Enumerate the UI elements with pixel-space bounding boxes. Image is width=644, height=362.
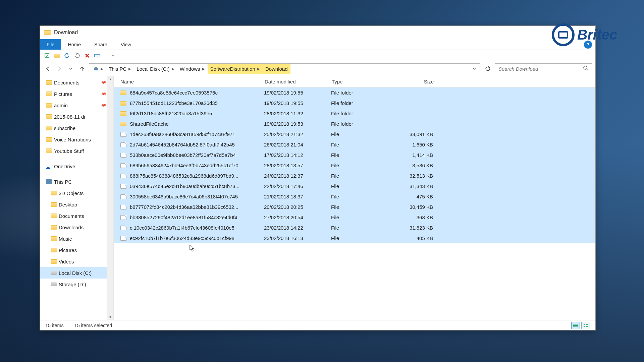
scroll-up-icon[interactable]: ▲ (107, 76, 113, 82)
sidebar-item[interactable]: Pictures📌 (40, 88, 113, 100)
file-row[interactable]: 1dec263f4a8a2860fa3ca81a59d5cf1b74a8f971… (114, 129, 595, 139)
scroll-down-icon[interactable]: ▼ (107, 314, 113, 320)
search-icon[interactable] (583, 65, 588, 72)
sidebar-item-label: Documents (59, 213, 84, 219)
svg-rect-13 (586, 326, 588, 327)
folder-icon (46, 137, 52, 142)
folder-icon (51, 259, 57, 264)
file-icon (120, 226, 126, 230)
file-row[interactable]: 684a9c457ca8e58e64ccc7ee0593576c19/02/20… (114, 87, 595, 98)
column-date[interactable]: Date modified (265, 79, 332, 84)
svg-point-5 (584, 66, 587, 69)
rename-button[interactable] (94, 52, 101, 59)
folder-icon (51, 236, 57, 241)
breadcrumb-item[interactable]: SoftwareDistribution▶ (208, 64, 263, 74)
new-folder-button[interactable] (53, 52, 61, 59)
tab-share[interactable]: Share (88, 39, 114, 50)
sidebar-this-pc[interactable]: This PC (40, 176, 113, 187)
navigation-pane: Documents📌Pictures📌admin📌2015-08-11 drsu… (40, 76, 114, 320)
undo-button[interactable] (63, 52, 71, 59)
search-input[interactable] (498, 66, 583, 72)
details-view-button[interactable] (571, 322, 580, 329)
sidebar-item[interactable]: Youtube Stuff (40, 145, 113, 157)
properties-button[interactable] (43, 52, 51, 59)
sidebar-item[interactable]: Music (40, 233, 113, 244)
file-date: 28/02/2018 13:57 (264, 163, 331, 168)
tab-home[interactable]: Home (61, 39, 88, 50)
file-name: 868f75ac8548388486532c6a2968dd6d897bd9..… (130, 173, 264, 179)
sidebar-item-label: Youtube Stuff (54, 148, 84, 154)
tab-view[interactable]: View (114, 39, 138, 50)
sidebar-item[interactable]: admin📌 (40, 100, 113, 111)
address-bar[interactable]: ▶ This PC▶ Local Disk (C:)▶ Windows▶ Sof… (89, 63, 480, 74)
help-icon[interactable]: ? (584, 41, 592, 49)
up-button[interactable] (77, 64, 87, 73)
sidebar-item[interactable]: Local Disk (C:) (40, 267, 113, 279)
icons-view-button[interactable] (581, 322, 590, 329)
file-row[interactable]: 538b0aace00e9fbb8bee03b72ff20af7a7d5a7b4… (114, 150, 595, 160)
address-dropdown[interactable] (470, 66, 478, 72)
sidebar-item-label: Downloads (59, 225, 84, 230)
separator: | (68, 323, 70, 328)
sidebar-item[interactable]: 2015-08-11 dr (40, 111, 113, 122)
pin-icon: 📌 (100, 102, 107, 109)
tab-file[interactable]: File (40, 39, 61, 50)
file-row[interactable]: 039436e574d45e2c81b90a0dbab0cb51bc8b73..… (114, 181, 595, 191)
file-row[interactable]: b8777072fd84c202b4d36aa62bbe81b39c6532..… (114, 202, 595, 212)
qat-dropdown[interactable] (109, 52, 117, 59)
forward-button[interactable] (55, 64, 64, 73)
sidebar-item[interactable]: Documents📌 (40, 77, 113, 88)
column-type[interactable]: Type (332, 79, 395, 84)
sidebar-item[interactable]: Storage (D:) (40, 279, 113, 290)
svg-rect-4 (95, 67, 97, 68)
file-size: 31,823 KB (395, 225, 438, 231)
status-bar: 15 items | 15 items selected (40, 320, 595, 330)
back-button[interactable] (43, 64, 53, 73)
breadcrumb-item[interactable]: Local Disk (C:)▶ (134, 64, 177, 74)
breadcrumb-item[interactable]: This PC▶ (106, 64, 134, 74)
sidebar-item[interactable]: Desktop (40, 199, 113, 210)
sidebar-item[interactable]: Videos (40, 256, 113, 267)
file-row[interactable]: SharedFileCache19/02/2018 19:53File fold… (114, 119, 595, 129)
separator (105, 52, 105, 59)
sidebar-item[interactable]: subscribe (40, 122, 113, 134)
file-icon (120, 163, 126, 168)
sidebar-item[interactable]: Voice Narrations (40, 134, 113, 145)
delete-button[interactable] (84, 52, 91, 59)
breadcrumb-item-current[interactable]: Download (263, 64, 290, 74)
breadcrumb-item[interactable]: Windows▶ (177, 64, 208, 74)
svg-rect-10 (584, 324, 585, 325)
file-size: 32,513 KB (395, 173, 438, 179)
file-row[interactable]: ec92fc10b7f1b7e6f30624d83e9c5c9c0b1cf998… (114, 233, 595, 243)
file-row[interactable]: bb3308527290f482a12d1ee8a81f584c32e4d0f4… (114, 212, 595, 223)
recent-dropdown[interactable] (66, 64, 75, 73)
redo-button[interactable] (73, 52, 81, 59)
file-row[interactable]: 868f75ac8548388486532c6a2968dd6d897bd9..… (114, 171, 595, 181)
titlebar[interactable]: Download (40, 26, 595, 39)
sidebar-scrollbar[interactable]: ▲ ▼ (107, 76, 113, 320)
search-box[interactable] (495, 63, 592, 74)
folder-icon (120, 111, 126, 116)
file-row[interactable]: 877b155451dd11223fcbe3e170a26d3519/02/20… (114, 98, 595, 108)
column-size[interactable]: Size (395, 79, 439, 84)
sidebar-item[interactable]: 3D Objects (40, 187, 113, 199)
file-icon (120, 184, 126, 189)
file-size: 363 KB (395, 215, 438, 220)
file-row[interactable]: 689b656a3346247bb94ee3f0b743edd255c1cf70… (114, 160, 595, 171)
file-row[interactable]: 300558be6346b9bacc86e7c4a06b318f4f07c745… (114, 191, 595, 202)
file-name: 877b155451dd11223fcbe3e170a26d35 (130, 100, 264, 106)
breadcrumb-root-icon[interactable]: ▶ (91, 64, 106, 74)
file-row[interactable]: 2d74b614546452b84764fdb52f87f0adf7f42b45… (114, 139, 595, 150)
file-row[interactable]: cf10cc0342c2869b7a1f4b67cfc43608fe4010e5… (114, 223, 595, 233)
sidebar-onedrive[interactable]: ☁OneDrive (40, 161, 113, 172)
sidebar-item[interactable]: Downloads (40, 222, 113, 233)
file-type: File (331, 235, 395, 241)
sidebar-item[interactable]: Pictures (40, 244, 113, 256)
file-name: cf10cc0342c2869b7a1f4b67cfc43608fe4010e5 (130, 225, 264, 231)
file-row[interactable]: f6f2d13f18dc88fb21820ab3a15f39e528/02/20… (114, 108, 595, 119)
column-name[interactable]: Name (120, 79, 265, 84)
sidebar-item[interactable]: Documents (40, 210, 113, 222)
refresh-button[interactable] (482, 63, 493, 74)
file-date: 21/02/2018 18:37 (264, 194, 331, 199)
file-type: File (331, 194, 395, 199)
